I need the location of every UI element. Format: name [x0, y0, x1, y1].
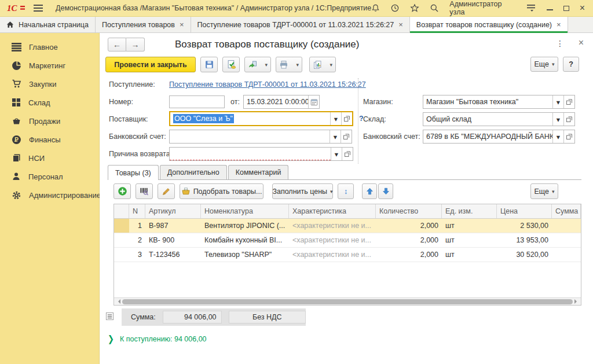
- search-icon[interactable]: [430, 3, 439, 13]
- totals-settings-icon[interactable]: [105, 312, 114, 322]
- favorites-star-icon[interactable]: [410, 3, 419, 13]
- service-menu-icon[interactable]: [527, 4, 536, 12]
- back-button[interactable]: ←: [108, 38, 126, 52]
- expand-rows-button[interactable]: ↕: [338, 183, 354, 199]
- pencil-icon: [162, 187, 171, 196]
- tab-receipt-document[interactable]: Поступление товаров ТДРТ-000001 от 11.03…: [191, 17, 410, 32]
- print-button[interactable]: ▾: [276, 57, 302, 72]
- close-tab-icon[interactable]: ×: [398, 21, 403, 28]
- bank-account2-combobox[interactable]: 6789 в КБ "МЕЖДУНАРОДНЫЙ БАНК РА ▾: [423, 130, 575, 144]
- tab-receipts-list[interactable]: Поступления товаров ×: [96, 17, 191, 32]
- post-document-button[interactable]: [222, 57, 240, 72]
- scroll-right-icon[interactable]: [574, 299, 579, 304]
- date-input[interactable]: 15.03.2021 0:00:00: [244, 95, 308, 108]
- main-menu-icon[interactable]: [34, 5, 43, 12]
- tab-additional[interactable]: Дополнительно: [160, 165, 227, 179]
- svg-text:P: P: [14, 137, 19, 143]
- 1c-logo-icon: 1С: [7, 3, 25, 13]
- history-icon[interactable]: [390, 3, 400, 13]
- current-user-button[interactable]: Администратор узла: [449, 0, 517, 16]
- window-title: Демонстрационная база /Магазин "Бытовая …: [56, 4, 371, 12]
- scrollbar-thumb[interactable]: [122, 299, 573, 304]
- move-up-button[interactable]: [362, 183, 377, 199]
- dropdown-caret-icon[interactable]: ▾: [330, 130, 341, 143]
- post-and-close-button[interactable]: Провести и закрыть: [105, 57, 196, 72]
- scroll-left-icon[interactable]: [116, 299, 120, 304]
- receipt-expander[interactable]: ❯ К поступлению: 94 006,00: [108, 334, 207, 343]
- table-row[interactable]: 1 B-987 Вентилятор JIPONIC (... <характе…: [114, 219, 581, 233]
- sidebar-item-administrirovanie[interactable]: Администрирование: [0, 186, 99, 204]
- table-row[interactable]: 3 Т-123456 Телевизор "SHARP" <характерис…: [114, 248, 581, 262]
- cart-icon: [12, 79, 21, 89]
- arrow-up-icon: [366, 187, 374, 195]
- stacked-docs-icon: [12, 153, 21, 163]
- number-label: Номер:: [109, 94, 133, 109]
- help-button[interactable]: ?: [563, 57, 579, 72]
- return-reason-combobox[interactable]: ▾: [169, 147, 353, 161]
- tab-comment[interactable]: Комментарий: [228, 165, 289, 179]
- sidebar-item-sklad[interactable]: Склад: [0, 93, 99, 112]
- fill-prices-button[interactable]: Заполнить цены ▾: [272, 183, 333, 199]
- forward-button[interactable]: →: [126, 38, 145, 52]
- create-based-on-button[interactable]: ▾: [244, 57, 271, 72]
- sidebar-item-nsi[interactable]: НСИ: [0, 149, 99, 167]
- window-close-icon[interactable]: ×: [580, 3, 585, 13]
- close-tab-icon[interactable]: ×: [180, 21, 184, 28]
- form-kebab-menu-icon[interactable]: ⋮: [556, 39, 564, 48]
- dropdown-caret-icon[interactable]: ▾: [552, 95, 563, 108]
- report-doc-icon: [313, 60, 322, 69]
- minimize-icon[interactable]: [547, 6, 553, 10]
- sidebar-item-marketing[interactable]: Маркетинг: [0, 56, 99, 75]
- save-button[interactable]: [200, 57, 218, 72]
- sidebar-item-glavnoe[interactable]: Главное: [0, 38, 99, 56]
- close-tab-icon[interactable]: ×: [557, 21, 561, 28]
- sum-value: 94 006,00: [163, 311, 222, 323]
- pick-goods-button[interactable]: Подобрать товары...: [180, 183, 263, 199]
- add-row-button[interactable]: [114, 183, 131, 199]
- open-value-icon[interactable]: [563, 95, 574, 108]
- chevron-down-icon: ▾: [296, 62, 299, 68]
- calendar-icon[interactable]: [308, 95, 319, 108]
- tab-return-to-supplier[interactable]: Возврат товаров поставщику (создание) ×: [410, 17, 568, 32]
- open-value-icon[interactable]: [563, 113, 574, 126]
- sidebar-item-zakupki[interactable]: Закупки: [0, 75, 99, 93]
- barcode-scan-button[interactable]: [136, 183, 153, 199]
- supplier-combobox[interactable]: ООО "Слеза и Ъ" ▾: [169, 111, 353, 126]
- open-value-icon[interactable]: [341, 112, 352, 125]
- sidebar-item-personal[interactable]: Персонал: [0, 167, 99, 186]
- store-combobox[interactable]: Магазин "Бытовая техника" ▾: [423, 95, 575, 109]
- maximize-icon[interactable]: [563, 6, 569, 11]
- open-value-icon[interactable]: [341, 130, 352, 143]
- basket-icon: [12, 116, 21, 126]
- edit-row-button[interactable]: [158, 183, 175, 199]
- notifications-bell-icon[interactable]: [371, 3, 380, 13]
- number-input[interactable]: [169, 95, 225, 108]
- open-value-icon[interactable]: [563, 130, 574, 143]
- more-button[interactable]: Еще ▾: [530, 57, 558, 72]
- dropdown-caret-icon[interactable]: ▾: [552, 130, 563, 143]
- tab-home[interactable]: Начальная страница: [0, 17, 96, 32]
- svg-text:1С: 1С: [7, 3, 18, 13]
- dropdown-caret-icon[interactable]: ▾: [552, 113, 563, 126]
- supplier-label: Поставщик:: [109, 112, 148, 127]
- dropdown-caret-icon[interactable]: ▾: [331, 148, 342, 160]
- table-row[interactable]: 2 КВ- 900 Комбайн кухонный BI... <характ…: [114, 233, 581, 248]
- tab-goods[interactable]: Товары (3): [108, 165, 159, 180]
- sidebar-item-prodazhi[interactable]: Продажи: [0, 112, 99, 130]
- form-return-to-supplier: ← → Возврат товаров поставщику (создание…: [100, 33, 593, 364]
- table-more-button[interactable]: Еще ▾: [530, 183, 558, 199]
- dropdown-caret-icon[interactable]: ▾: [330, 112, 341, 125]
- horizontal-scrollbar[interactable]: [114, 297, 581, 305]
- fields-column-separator: [358, 78, 358, 164]
- open-value-icon[interactable]: [342, 148, 353, 160]
- goods-table: N Артикул Номенклатура Характеристика Ко…: [114, 204, 581, 306]
- warehouse-combobox[interactable]: Общий склад ▾: [423, 112, 575, 126]
- form-close-icon[interactable]: ×: [579, 38, 584, 48]
- move-down-button[interactable]: [378, 183, 393, 199]
- receipt-total-link: К поступлению: 94 006,00: [120, 335, 207, 343]
- receipt-link[interactable]: Поступление товаров ТДРТ-000001 от 11.03…: [169, 80, 366, 89]
- bank-account-combobox[interactable]: ▾: [169, 130, 352, 144]
- sidebar-item-finansy[interactable]: P Финансы: [0, 130, 99, 149]
- reports-button[interactable]: ▾: [309, 57, 336, 72]
- receipt-label: Поступление:: [109, 77, 155, 92]
